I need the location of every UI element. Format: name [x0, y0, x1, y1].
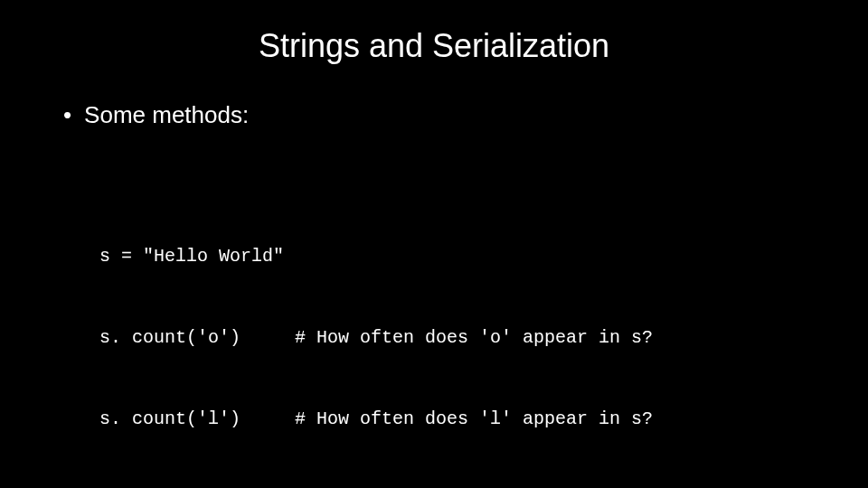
- bullet-item: • Some methods:: [54, 101, 814, 129]
- bullet-text: Some methods:: [84, 101, 249, 129]
- code-line: s = "Hello World": [99, 243, 814, 270]
- slide-container: Strings and Serialization • Some methods…: [0, 0, 868, 488]
- code-group-1: s = "Hello World" s. count('o') # How of…: [99, 189, 814, 487]
- page-title: Strings and Serialization: [54, 27, 814, 65]
- code-block: s = "Hello World" s. count('o') # How of…: [99, 135, 814, 488]
- code-line: s. count('o') # How often does 'o' appea…: [99, 324, 814, 352]
- bullet-dot-icon: •: [63, 101, 71, 129]
- code-line: s. count('l') # How often does 'l' appea…: [99, 406, 814, 433]
